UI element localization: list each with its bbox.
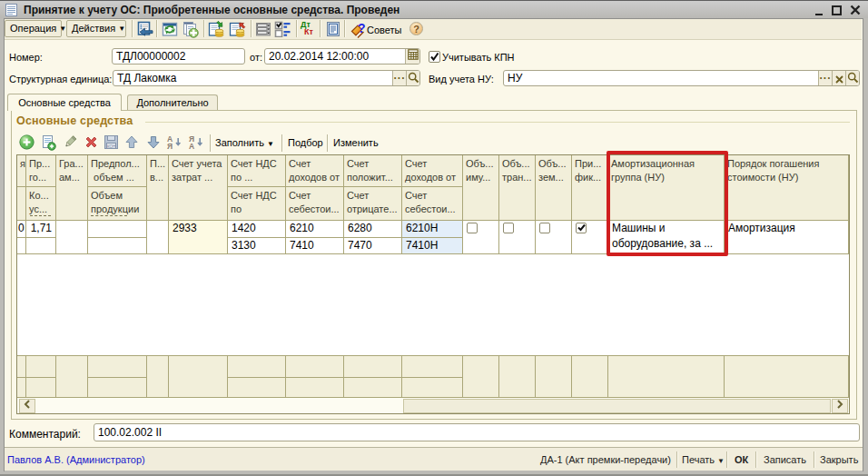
svg-text:?: ? bbox=[358, 21, 366, 35]
svg-text:КОН: КОН bbox=[107, 144, 115, 149]
svg-text:Я: Я bbox=[167, 142, 173, 150]
svg-text:А: А bbox=[189, 142, 194, 150]
